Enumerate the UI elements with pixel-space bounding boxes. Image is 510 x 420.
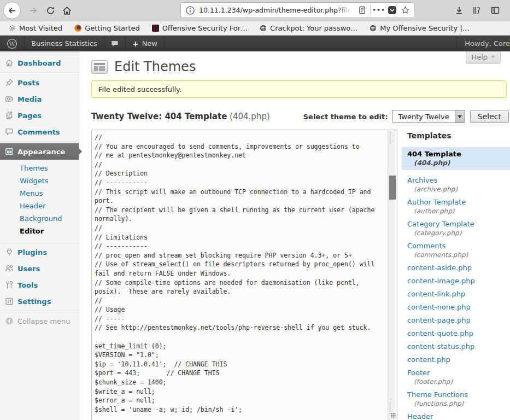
gear-icon [9, 25, 16, 32]
sidebar-item-tools[interactable]: Tools [0, 277, 79, 293]
sidebar-item-collapse-menu[interactable]: Collapse menu [0, 313, 79, 329]
template-item[interactable]: content-image.php [407, 277, 510, 285]
sidebar-subitem-header[interactable]: Header [0, 200, 79, 212]
posts-pin-icon [5, 78, 14, 87]
template-item[interactable]: Theme Functions(functions.php) [407, 390, 510, 407]
template-filename: (functions.php) [414, 400, 510, 407]
template-item[interactable]: content-page.php [407, 316, 510, 324]
forward-button[interactable] [24, 2, 42, 19]
bookmark-item[interactable]: Crackpot: Your passwo… [260, 24, 357, 32]
page-actions-icon[interactable]: ••• [372, 4, 385, 17]
bookmark-label: Getting Started [85, 24, 140, 32]
sidebar-item-settings[interactable]: Settings [0, 293, 79, 310]
template-name[interactable]: content-aside.php [407, 264, 510, 272]
template-item[interactable]: 404 Template(404.php) [402, 147, 510, 170]
template-name[interactable]: Footer [407, 369, 510, 377]
template-name[interactable]: Category Template [407, 220, 510, 228]
menu-separator [0, 72, 79, 73]
template-item[interactable]: Category Template(category.php) [407, 220, 510, 237]
template-name[interactable]: content-status.php [407, 342, 510, 351]
home-button[interactable] [58, 2, 75, 19]
template-item[interactable]: content.php [407, 355, 510, 364]
sidebar-subitem-widgets[interactable]: Widgets [0, 174, 79, 187]
template-filename: (author.php) [414, 207, 510, 215]
template-item[interactable]: content-link.php [407, 290, 510, 298]
adminbar-comments-button[interactable] [104, 36, 126, 51]
template-item[interactable]: content-quote.php [407, 329, 510, 337]
template-item[interactable]: Header(header.php) [407, 412, 510, 420]
success-notice: File edited successfully. [91, 80, 507, 98]
sidebar-subitem-background[interactable]: Background [0, 212, 79, 225]
info-icon[interactable] [185, 5, 195, 15]
sidebar-item-plugins[interactable]: Plugins [0, 244, 79, 260]
sidebar-item-posts[interactable]: Posts [0, 74, 79, 91]
plugins-icon [5, 248, 14, 256]
sidebar-subitem-editor[interactable]: Editor [0, 225, 79, 237]
bookmark-item[interactable]: Offensive Security For… [152, 24, 248, 32]
template-item[interactable]: Comments(comments.php) [407, 242, 510, 259]
code-editor[interactable]: // // You are encouraged to send comment… [91, 130, 397, 420]
help-tab-button[interactable]: Help [466, 51, 501, 64]
resize-grip-icon[interactable] [391, 413, 396, 418]
reload-button[interactable] [42, 2, 59, 19]
sidebar-subitem-menus[interactable]: Menus [0, 187, 79, 200]
download-icon [455, 6, 464, 15]
scroll-down-icon[interactable] [390, 402, 395, 407]
template-name[interactable]: Header [407, 412, 510, 420]
template-item[interactable]: Archives(archive.php) [407, 176, 510, 193]
wp-logo-button[interactable]: W [0, 36, 25, 51]
editor-scrollbar[interactable] [388, 130, 397, 420]
sidebar-item-media[interactable]: Media [0, 91, 79, 107]
template-name[interactable]: content-link.php [407, 290, 510, 298]
file-title-text: Twenty Twelve: 404 Template [91, 112, 227, 121]
bookmark-item[interactable]: Most Visited [9, 24, 62, 32]
template-item[interactable]: content-status.php [407, 342, 510, 351]
scroll-up-icon[interactable] [390, 133, 395, 138]
plus-icon: + [132, 39, 139, 48]
template-name[interactable]: content-page.php [407, 316, 510, 324]
url-text-wrap[interactable]: 10.11.1.234/wp-admin/theme-editor.php?fi… [199, 3, 355, 18]
adminbar-new-button[interactable]: + New [126, 36, 165, 51]
adminbar-site-name[interactable]: Business Statistics [25, 36, 104, 51]
sidebar-item-comments[interactable]: Comments [0, 124, 79, 140]
reader-mode-icon[interactable] [355, 4, 368, 17]
template-name: 404 Template [407, 150, 510, 158]
sidebar-item-pages[interactable]: Pages [0, 107, 79, 124]
code-textarea[interactable]: // // You are encouraged to send comment… [92, 130, 389, 414]
template-item[interactable]: content-none.php [407, 303, 510, 311]
downloads-button[interactable] [452, 3, 467, 18]
template-name[interactable]: content-none.php [407, 303, 510, 311]
url-bar[interactable]: 10.11.1.234/wp-admin/theme-editor.php?fi… [180, 2, 414, 18]
comment-bubble-icon [111, 40, 119, 47]
url-text[interactable]: 10.11.1.234/wp-admin/theme-editor.php?fi… [199, 6, 355, 14]
sidebar-toggle-button[interactable] [488, 3, 503, 18]
sidebar-item-users[interactable]: Users [0, 260, 79, 277]
library-button[interactable] [469, 3, 484, 18]
adminbar-howdy[interactable]: Howdy, Core [456, 36, 510, 51]
template-name[interactable]: Theme Functions [407, 390, 510, 399]
template-name[interactable]: content.php [407, 355, 510, 364]
pocket-icon[interactable] [385, 4, 398, 17]
sidebar-item-label: Comments [17, 128, 60, 136]
theme-dropdown[interactable]: Twenty Twelve [392, 110, 465, 123]
sidebar-item-appearance[interactable]: Appearance [0, 143, 79, 160]
template-item[interactable]: content-aside.php [407, 264, 510, 272]
sidebar-item-dashboard[interactable]: Dashboard [0, 55, 79, 71]
bookmark-item[interactable]: Getting Started [74, 24, 140, 32]
template-item[interactable]: Author Template(author.php) [407, 198, 510, 215]
template-name[interactable]: content-quote.php [407, 329, 510, 337]
sidebar-toggle-icon [491, 6, 500, 15]
sidebar-subitem-themes[interactable]: Themes [0, 162, 79, 174]
template-name[interactable]: content-image.php [407, 277, 510, 285]
scrollbar-thumb[interactable] [389, 176, 396, 200]
template-name[interactable]: Comments [407, 242, 510, 250]
bookmark-item[interactable]: My Offensive Security |… [370, 24, 470, 32]
select-theme-button[interactable]: Select [470, 110, 509, 123]
bookmark-star-icon[interactable] [398, 4, 412, 17]
template-name[interactable]: Archives [407, 176, 510, 184]
template-item[interactable]: Footer(footer.php) [407, 369, 510, 386]
theme-dropdown-value: Twenty Twelve [392, 110, 454, 122]
template-name[interactable]: Author Template [407, 198, 510, 206]
back-button[interactable] [3, 2, 21, 19]
file-name-text: (404.php) [230, 112, 270, 121]
